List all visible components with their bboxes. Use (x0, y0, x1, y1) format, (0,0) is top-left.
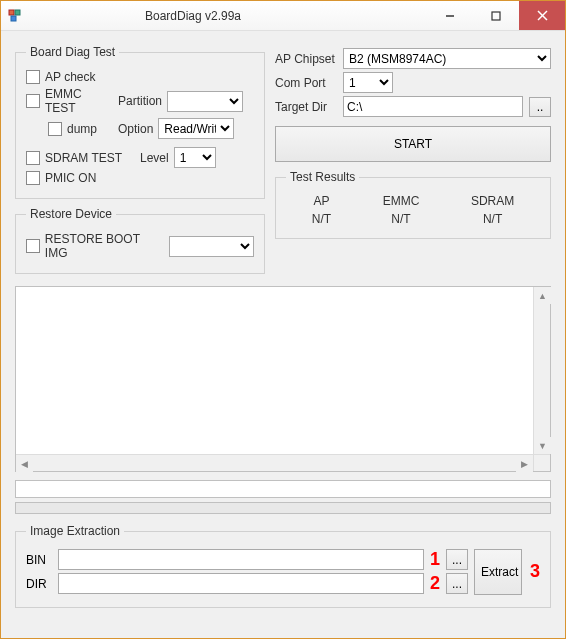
result-emmc-label: EMMC (383, 194, 420, 208)
result-sdram-label: SDRAM (471, 194, 514, 208)
test-results-group: Test Results AP N/T EMMC N/T SDRAM N/T (275, 170, 551, 239)
close-button[interactable] (519, 1, 565, 30)
svg-rect-4 (492, 12, 500, 20)
dir-label: DIR (26, 577, 52, 591)
emmc-test-checkbox[interactable] (26, 94, 40, 108)
board-diag-legend: Board Diag Test (26, 45, 119, 59)
maximize-button[interactable] (473, 1, 519, 30)
level-label: Level (140, 151, 169, 165)
vertical-scrollbar[interactable]: ▲ ▼ (533, 287, 550, 454)
com-port-label: Com Port (275, 76, 337, 90)
dump-checkbox[interactable] (48, 122, 62, 136)
com-port-select[interactable]: 1 (343, 72, 393, 93)
annotation-3: 3 (530, 561, 540, 582)
level-select[interactable]: 1 (174, 147, 216, 168)
pmic-on-label: PMIC ON (45, 171, 96, 185)
scroll-left-icon[interactable]: ◀ (16, 455, 33, 472)
dump-label: dump (67, 122, 113, 136)
option-label: Option (118, 122, 153, 136)
pmic-on-checkbox[interactable] (26, 171, 40, 185)
sdram-test-label: SDRAM TEST (45, 151, 135, 165)
ap-chipset-label: AP Chipset (275, 52, 337, 66)
board-diag-test-group: Board Diag Test AP check EMMC TEST Parti… (15, 45, 265, 199)
image-extraction-legend: Image Extraction (26, 524, 124, 538)
ap-check-checkbox[interactable] (26, 70, 40, 84)
option-select[interactable]: Read/Writ (158, 118, 234, 139)
restore-boot-label: RESTORE BOOT IMG (45, 232, 164, 260)
bin-input[interactable] (58, 549, 424, 570)
result-ap-label: AP (312, 194, 331, 208)
scroll-right-icon[interactable]: ▶ (516, 455, 533, 472)
scroll-down-icon[interactable]: ▼ (534, 437, 551, 454)
scroll-up-icon[interactable]: ▲ (534, 287, 551, 304)
progress-text-box (15, 480, 551, 498)
restore-legend: Restore Device (26, 207, 116, 221)
bin-label: BIN (26, 553, 52, 567)
test-results-legend: Test Results (286, 170, 359, 184)
annotation-1: 1 (430, 549, 440, 570)
progress-bar (15, 502, 551, 514)
restore-boot-checkbox[interactable] (26, 239, 40, 253)
restore-device-group: Restore Device RESTORE BOOT IMG (15, 207, 265, 274)
image-extraction-group: Image Extraction BIN 1 ... DIR 2 ... Ext… (15, 524, 551, 608)
bin-browse-button[interactable]: ... (446, 549, 468, 570)
title-bar: BoardDiag v2.99a (1, 1, 565, 31)
start-button[interactable]: START (275, 126, 551, 162)
result-ap-value: N/T (312, 212, 331, 226)
sdram-test-checkbox[interactable] (26, 151, 40, 165)
scroll-corner (533, 454, 550, 471)
target-dir-browse-button[interactable]: .. (529, 97, 551, 117)
minimize-button[interactable] (427, 1, 473, 30)
target-dir-input[interactable] (343, 96, 523, 117)
partition-label: Partition (118, 94, 162, 108)
dir-input[interactable] (58, 573, 424, 594)
result-emmc-value: N/T (383, 212, 420, 226)
target-dir-label: Target Dir (275, 100, 337, 114)
annotation-2: 2 (430, 573, 440, 594)
result-sdram-value: N/T (471, 212, 514, 226)
horizontal-scrollbar[interactable]: ◀ ▶ (16, 454, 533, 471)
partition-select[interactable] (167, 91, 243, 112)
dir-browse-button[interactable]: ... (446, 573, 468, 594)
window-title: BoardDiag v2.99a (0, 9, 427, 23)
extract-button[interactable]: Extract (474, 549, 522, 595)
emmc-test-label: EMMC TEST (45, 87, 113, 115)
restore-boot-select[interactable] (169, 236, 254, 257)
ap-check-label: AP check (45, 70, 95, 84)
ap-chipset-select[interactable]: B2 (MSM8974AC) (343, 48, 551, 69)
log-textarea[interactable]: ▲ ▼ ◀ ▶ (15, 286, 551, 472)
